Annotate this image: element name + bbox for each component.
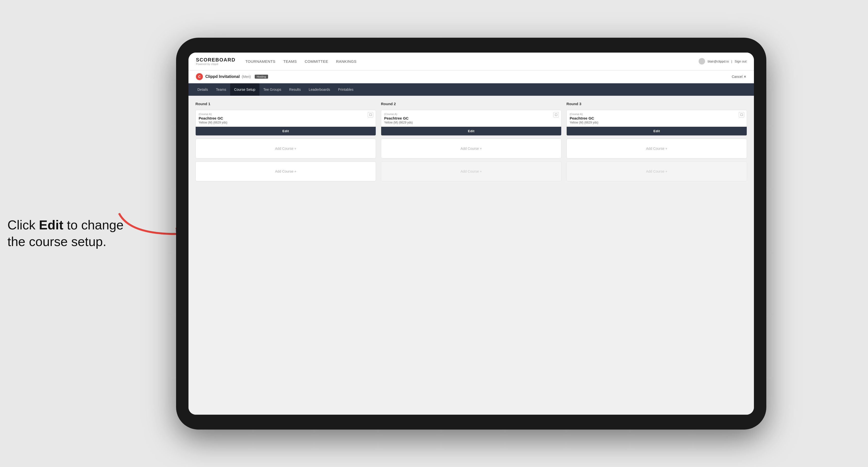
nav-links: TOURNAMENTS TEAMS COMMITTEE RANKINGS <box>245 59 699 63</box>
tournament-icon: C <box>196 73 203 80</box>
logo-text: SCOREBOARD <box>196 57 235 63</box>
user-email: blair@clippd.io <box>708 60 728 63</box>
nav-tournaments[interactable]: TOURNAMENTS <box>245 59 275 63</box>
tab-tee-groups[interactable]: Tee Groups <box>259 83 285 96</box>
sign-out-link[interactable]: Sign out <box>735 60 746 63</box>
round-2-delete-button[interactable]: ☐ <box>553 112 559 118</box>
nav-rankings[interactable]: RANKINGS <box>336 59 356 63</box>
tab-leaderboards[interactable]: Leaderboards <box>305 83 334 96</box>
round-1-course-tee: Yellow (M) (6629 yds) <box>199 121 373 124</box>
separator: | <box>731 60 732 63</box>
round-3-delete-button[interactable]: ☐ <box>739 112 744 118</box>
cancel-x-icon: ✕ <box>744 75 746 79</box>
round-3-column: Round 3 ☐ (Course A) Peachtree GC Yellow… <box>566 102 747 181</box>
round-2-course-card: ☐ (Course A) Peachtree GC Yellow (M) (66… <box>381 110 561 136</box>
sub-header: C Clippd Invitational (Men) Hosting Canc… <box>188 70 754 83</box>
round-2-course-name: Peachtree GC <box>384 116 558 120</box>
round-3-add-course-1-label: Add Course + <box>646 147 668 151</box>
instruction-prefix: Click <box>7 218 39 232</box>
tab-printables[interactable]: Printables <box>334 83 358 96</box>
round-1-column: Round 1 ☐ (Course A) Peachtree GC Yellow… <box>195 102 376 181</box>
tournament-type: (Men) <box>242 75 251 79</box>
tab-details[interactable]: Details <box>193 83 212 96</box>
round-3-title: Round 3 <box>566 102 747 106</box>
round-3-course-label: (Course A) <box>570 113 744 116</box>
round-1-add-course-1-label: Add Course + <box>275 147 297 151</box>
round-2-course-label: (Course A) <box>384 113 558 116</box>
tablet-frame: SCOREBOARD Powered by clippd TOURNAMENTS… <box>176 38 766 430</box>
hosting-badge: Hosting <box>255 75 268 79</box>
nav-committee[interactable]: COMMITTEE <box>305 59 328 63</box>
rounds-grid: Round 1 ☐ (Course A) Peachtree GC Yellow… <box>195 102 747 181</box>
tournament-name: Clippd Invitational <box>205 74 240 79</box>
instruction-text: Click Edit to change the course setup. <box>7 217 126 250</box>
tablet-screen: SCOREBOARD Powered by clippd TOURNAMENTS… <box>188 53 754 415</box>
round-3-course-card: ☐ (Course A) Peachtree GC Yellow (M) (66… <box>566 110 747 136</box>
round-1-add-course-1[interactable]: Add Course + <box>195 138 376 158</box>
round-2-add-course-2-label: Add Course + <box>461 169 482 174</box>
tab-results[interactable]: Results <box>285 83 305 96</box>
nav-teams[interactable]: TEAMS <box>283 59 297 63</box>
user-area: blair@clippd.io | Sign out <box>699 58 746 64</box>
round-2-add-course-1[interactable]: Add Course + <box>381 138 561 158</box>
logo-area: SCOREBOARD Powered by clippd <box>196 57 235 65</box>
round-1-add-course-2-label: Add Course + <box>275 169 297 174</box>
round-1-course-card: ☐ (Course A) Peachtree GC Yellow (M) (66… <box>195 110 376 136</box>
round-1-course-name: Peachtree GC <box>199 116 373 120</box>
round-2-edit-button[interactable]: Edit <box>381 127 561 135</box>
round-1-title: Round 1 <box>195 102 376 106</box>
round-2-add-course-2: Add Course + <box>381 161 561 181</box>
round-2-column: Round 2 ☐ (Course A) Peachtree GC Yellow… <box>381 102 561 181</box>
logo-sub: Powered by clippd <box>196 63 235 65</box>
user-avatar <box>699 58 705 64</box>
tab-bar: Details Teams Course Setup Tee Groups Re… <box>188 83 754 96</box>
round-1-course-label: (Course A) <box>199 113 373 116</box>
round-3-add-course-2: Add Course + <box>566 161 747 181</box>
tab-course-setup[interactable]: Course Setup <box>230 83 259 96</box>
cancel-button[interactable]: Cancel ✕ <box>732 75 746 79</box>
tab-teams[interactable]: Teams <box>212 83 230 96</box>
round-3-course-tee: Yellow (M) (6629 yds) <box>570 121 744 124</box>
round-2-add-course-1-label: Add Course + <box>461 147 482 151</box>
round-3-course-name: Peachtree GC <box>570 116 744 120</box>
content-area: Round 1 ☐ (Course A) Peachtree GC Yellow… <box>188 96 754 415</box>
round-3-edit-button[interactable]: Edit <box>567 127 747 135</box>
round-1-add-course-2[interactable]: Add Course + <box>195 161 376 181</box>
round-3-add-course-1[interactable]: Add Course + <box>566 138 747 158</box>
round-2-title: Round 2 <box>381 102 561 106</box>
round-2-course-tee: Yellow (M) (6629 yds) <box>384 121 558 124</box>
instruction-bold: Edit <box>39 218 63 232</box>
round-3-add-course-2-label: Add Course + <box>646 169 668 174</box>
top-nav: SCOREBOARD Powered by clippd TOURNAMENTS… <box>188 53 754 70</box>
round-1-edit-button[interactable]: Edit <box>196 127 376 135</box>
round-1-delete-button[interactable]: ☐ <box>368 112 373 118</box>
